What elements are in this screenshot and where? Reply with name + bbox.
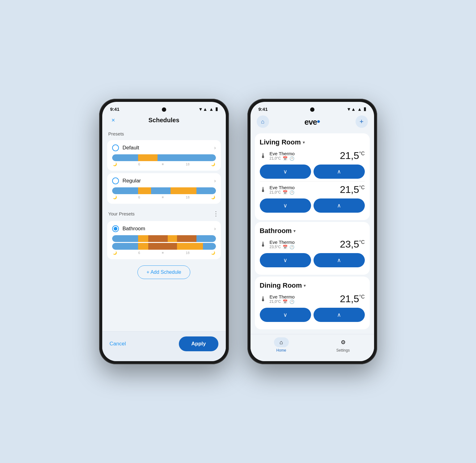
- phone-eve: 9:41 ▼▲ ▲ ▮ ⌂ eve• + Living Ro: [247, 99, 377, 364]
- nav-home-icon: ⌂: [280, 339, 283, 346]
- control-btns-living-1: ∨ ∧: [260, 165, 365, 179]
- room-dining-room: Dining Room ▾ 🌡 Eve Thermo 21,0°C 📅 🕐: [255, 277, 370, 329]
- control-btns-living-2: ∨ ∧: [260, 198, 365, 213]
- status-icons-1: ▼▲ ▲ ▮: [198, 106, 218, 112]
- preset-bathroom[interactable]: Bathroom ›: [107, 221, 221, 259]
- wifi-icon-2: ▼▲: [347, 106, 356, 112]
- eve-content: Living Room ▾ 🌡 Eve Thermo 21,0°C 📅 🕐: [251, 131, 374, 358]
- eve-logo: eve•: [305, 116, 320, 127]
- battery-icon-2: ▮: [364, 106, 366, 112]
- increase-btn-bathroom[interactable]: ∧: [314, 253, 365, 267]
- thermo-sub-dining: 21,0°C 📅 🕐: [270, 299, 295, 304]
- clock-icon-dining: 🕐: [289, 299, 294, 304]
- nav-home-icon-wrap: ⌂: [274, 337, 289, 347]
- decrease-btn-dining[interactable]: ∨: [260, 308, 311, 322]
- signal-icon: ▲: [209, 106, 214, 112]
- eve-bottom-nav: ⌂ Home ⚙ Settings: [251, 334, 374, 361]
- divider-living: [260, 181, 365, 181]
- add-schedule-label: + Add Schedule: [146, 269, 181, 275]
- thermo-name-living-1: Eve Thermo: [270, 151, 295, 156]
- thermo-living-2: 🌡 Eve Thermo 21,0°C 📅 🕐 21,5°C: [260, 184, 365, 195]
- preset-bathroom-name: Bathroom: [123, 226, 145, 232]
- control-btns-bathroom: ∨ ∧: [260, 253, 365, 267]
- your-presets-label: Your Presets: [108, 211, 135, 216]
- radio-regular[interactable]: [112, 177, 119, 184]
- thermo-temp-bathroom: 23,5°C: [340, 239, 364, 250]
- time-labels-regular: 🌙 6 ☀ 18 🌙: [112, 195, 216, 199]
- calendar-icon-bathroom: 📅: [283, 245, 288, 249]
- thermo-bathroom: 🌡 Eve Thermo 23,5°C 📅 🕐 23,5°C: [260, 239, 365, 250]
- nav-settings[interactable]: ⚙ Settings: [336, 337, 351, 352]
- thermo-dining: 🌡 Eve Thermo 21,0°C 📅 🕐 21,5°C: [260, 293, 365, 305]
- living-room-chevron[interactable]: ▾: [303, 140, 305, 145]
- nav-home-label: Home: [276, 348, 286, 352]
- calendar-icon-living-2: 📅: [283, 190, 288, 195]
- home-icon: ⌂: [261, 119, 264, 125]
- preset-default[interactable]: Default › 🌙 6 ☀ 18: [107, 140, 221, 171]
- presets-label: Presets: [102, 129, 226, 139]
- eve-header: ⌂ eve• +: [251, 113, 374, 131]
- eve-home-button[interactable]: ⌂: [257, 115, 269, 128]
- nav-settings-icon-wrap: ⚙: [336, 337, 351, 347]
- dots-menu[interactable]: ⋮: [213, 210, 220, 217]
- schedule-bar-bathroom-1: [112, 235, 216, 242]
- decrease-btn-living-1[interactable]: ∨: [260, 165, 311, 179]
- dining-room-title: Dining Room: [260, 282, 302, 290]
- clock-icon-bathroom: 🕐: [289, 245, 294, 249]
- time-labels-bathroom: 🌙 6 ☀ 18 🌙: [112, 250, 216, 255]
- calendar-icon-dining: 📅: [283, 299, 288, 304]
- increase-btn-living-1[interactable]: ∧: [314, 165, 365, 179]
- thermo-sub-living-1: 21,0°C 📅 🕐: [270, 156, 295, 161]
- dining-room-chevron[interactable]: ▾: [304, 283, 306, 288]
- radio-bathroom[interactable]: [112, 225, 119, 232]
- bathroom-chevron[interactable]: ▾: [293, 228, 296, 233]
- thermo-name-bathroom: Eve Thermo: [270, 240, 295, 245]
- thermo-sub-temp-living-2: 21,0°C: [270, 190, 281, 194]
- nav-settings-icon: ⚙: [341, 339, 346, 346]
- camera-2: [310, 107, 314, 112]
- thermo-sub-bathroom: 23,5°C 📅 🕐: [270, 245, 295, 249]
- thermo-icon-living-1: 🌡: [260, 152, 267, 160]
- eve-add-button[interactable]: +: [356, 115, 368, 128]
- add-schedule-button[interactable]: + Add Schedule: [137, 265, 190, 279]
- nav-settings-label: Settings: [336, 348, 350, 352]
- preset-regular[interactable]: Regular › 🌙 6 ☀: [107, 173, 221, 204]
- schedules-content: Presets Default ›: [102, 129, 226, 358]
- decrease-btn-living-2[interactable]: ∨: [260, 198, 311, 213]
- camera: [162, 107, 166, 112]
- time-labels-default: 🌙 6 ☀ 18 🌙: [112, 162, 216, 166]
- nav-home[interactable]: ⌂ Home: [274, 337, 289, 352]
- thermo-temp-living-2: 21,5°C: [340, 184, 364, 195]
- radio-default[interactable]: [112, 144, 119, 151]
- battery-icon: ▮: [215, 106, 218, 112]
- room-bathroom: Bathroom ▾ 🌡 Eve Thermo 23,5°C 📅 🕐: [255, 222, 370, 275]
- thermo-name-dining: Eve Thermo: [270, 294, 295, 299]
- thermo-icon-living-2: 🌡: [260, 186, 267, 194]
- control-btns-dining: ∨ ∧: [260, 308, 365, 322]
- thermo-icon-bathroom: 🌡: [260, 240, 267, 248]
- increase-btn-dining[interactable]: ∧: [314, 308, 365, 322]
- clock-icon-living-1: 🕐: [289, 156, 294, 161]
- thermo-sub-temp-bathroom: 23,5°C: [270, 245, 281, 249]
- chevron-bathroom: ›: [214, 226, 216, 231]
- thermo-sub-living-2: 21,0°C 📅 🕐: [270, 190, 295, 195]
- chevron-default: ›: [214, 145, 216, 151]
- cancel-button[interactable]: Cancel: [110, 341, 126, 347]
- room-living-room: Living Room ▾ 🌡 Eve Thermo 21,0°C 📅 🕐: [255, 133, 370, 220]
- thermo-icon-dining: 🌡: [260, 295, 267, 303]
- apply-button[interactable]: Apply: [179, 336, 218, 351]
- close-button[interactable]: ×: [108, 115, 118, 125]
- phone-schedules: 9:41 ▼▲ ▲ ▮ × Schedules Presets: [99, 99, 229, 364]
- thermo-sub-temp-living-1: 21,0°C: [270, 156, 281, 161]
- schedule-bar-default: [112, 154, 216, 161]
- thermo-temp-living-1: 21,5°C: [340, 150, 364, 161]
- clock-icon-living-2: 🕐: [289, 190, 294, 195]
- status-icons-2: ▼▲ ▲ ▮: [347, 106, 366, 112]
- thermo-name-living-2: Eve Thermo: [270, 185, 295, 190]
- decrease-btn-bathroom[interactable]: ∨: [260, 253, 311, 267]
- chevron-regular: ›: [214, 178, 216, 184]
- time-1: 9:41: [110, 106, 120, 112]
- increase-btn-living-2[interactable]: ∧: [314, 198, 365, 213]
- schedule-bar-regular: [112, 187, 216, 194]
- your-presets-header: Your Presets ⋮: [102, 205, 226, 220]
